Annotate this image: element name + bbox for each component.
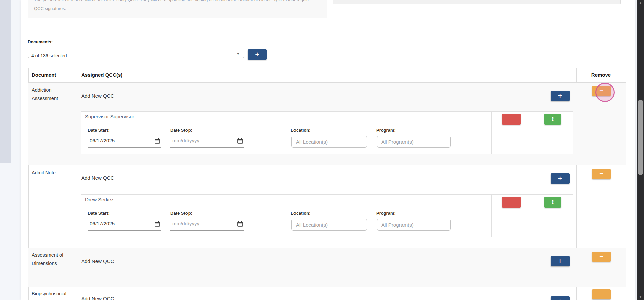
date-start-label: Date Start: (88, 128, 110, 133)
calendar-icon[interactable] (155, 221, 160, 227)
plus-icon: + (558, 176, 562, 181)
location-input[interactable] (291, 219, 367, 231)
qcc-card: Drew Serkez Date Start: Date Stop: (81, 194, 573, 237)
select-underline (80, 104, 547, 104)
add-qcc-button[interactable]: + (551, 173, 570, 184)
add-new-qcc-select[interactable]: Add New QCC (81, 296, 114, 300)
remove-document-row-button[interactable]: − (592, 289, 611, 299)
add-qcc-button[interactable]: + (551, 296, 570, 300)
plus-icon: + (558, 93, 562, 99)
document-name: Biopsychosocial (32, 290, 78, 298)
minus-icon: − (509, 199, 514, 205)
minus-icon: − (599, 254, 603, 259)
qcc-info-banner: The person selected here will be this us… (28, 0, 327, 18)
date-stop-input[interactable] (172, 221, 230, 226)
scroll-down-icon[interactable]: ▼ (637, 295, 644, 298)
date-stop-field[interactable] (170, 218, 244, 231)
calendar-icon[interactable] (237, 221, 243, 227)
date-stop-label: Date Stop: (170, 128, 192, 133)
program-label: Program: (376, 128, 396, 133)
scroll-up-icon[interactable]: ▲ (637, 1, 644, 5)
header-document: Document (32, 72, 56, 78)
card-divider (532, 112, 532, 154)
qcc-assignment-screen: The person selected here will be this us… (0, 0, 644, 300)
document-name: Addiction Assessment (32, 86, 76, 103)
remove-document-row-button[interactable]: − (592, 169, 611, 179)
left-sidebar-strip (0, 0, 11, 163)
add-documents-button[interactable]: + (248, 49, 267, 60)
documents-multiselect[interactable]: 4 of 136 selected ▾ (28, 50, 244, 58)
date-start-field[interactable] (88, 218, 161, 231)
table-row: Assessment of Dimensions Add New QCC + − (28, 248, 626, 287)
select-underline (80, 186, 547, 186)
remove-qcc-button[interactable]: − (502, 114, 521, 125)
document-name: Assessment of Dimensions (32, 251, 76, 268)
calendar-icon[interactable] (155, 138, 160, 144)
add-qcc-button[interactable]: + (551, 91, 570, 101)
table-row: Admit Note Add New QCC + Drew Serkez Dat… (28, 165, 626, 248)
header-assigned-qccs: Assigned QCC(s) (81, 72, 122, 78)
documents-label: Documents: (28, 39, 53, 44)
calendar-icon[interactable] (237, 138, 243, 144)
date-start-input[interactable] (90, 221, 147, 226)
location-input[interactable] (291, 136, 367, 148)
add-new-qcc-select[interactable]: Add New QCC (81, 258, 114, 264)
plus-icon: + (255, 52, 259, 57)
sort-qcc-button[interactable]: ↕ (544, 114, 561, 125)
date-start-label: Date Start: (88, 211, 110, 216)
location-label: Location: (291, 128, 311, 133)
card-divider (532, 195, 532, 237)
sort-qcc-button[interactable]: ↕ (544, 197, 561, 208)
minus-icon: − (599, 88, 603, 93)
qcc-info-text: The person selected here will be this us… (34, 0, 310, 11)
vertical-arrows-icon: ↕ (550, 200, 555, 205)
vertical-arrows-icon: ↕ (550, 117, 555, 122)
remove-qcc-button[interactable]: − (502, 197, 521, 208)
qcc-name-link[interactable]: Drew Serkez (85, 197, 114, 202)
program-input[interactable] (377, 136, 451, 148)
add-new-qcc-select[interactable]: Add New QCC (81, 175, 114, 181)
add-qcc-button[interactable]: + (551, 256, 570, 266)
qcc-name-link[interactable]: Supervisor Supervisor (85, 114, 135, 119)
plus-icon: + (558, 258, 562, 264)
date-start-field[interactable] (88, 135, 161, 148)
clipped-top-panel (333, 0, 621, 4)
header-remove: Remove (576, 72, 626, 78)
table-row: Addiction Assessment Add New QCC + Super… (28, 82, 626, 165)
table-row: Biopsychosocial Add New QCC + − (28, 287, 626, 300)
document-name: Admit Note (32, 169, 76, 177)
minus-icon: − (599, 171, 603, 176)
chevron-down-icon: ▾ (237, 52, 239, 56)
program-label: Program: (376, 211, 396, 216)
scrollbar-thumb[interactable] (638, 100, 643, 175)
date-stop-label: Date Stop: (170, 211, 192, 216)
date-start-input[interactable] (90, 138, 147, 143)
minus-icon: − (599, 291, 603, 297)
location-label: Location: (291, 211, 311, 216)
remove-document-row-button[interactable]: − (592, 252, 611, 262)
date-stop-input[interactable] (172, 138, 230, 143)
date-stop-field[interactable] (170, 135, 244, 148)
remove-document-row-button[interactable]: − (592, 86, 611, 96)
qcc-card: Supervisor Supervisor Date Start: Date S… (81, 111, 573, 154)
card-divider (491, 112, 492, 154)
program-input[interactable] (377, 219, 451, 231)
documents-selected-summary: 4 of 136 selected (31, 53, 67, 58)
select-underline (80, 268, 547, 268)
minus-icon: − (509, 116, 514, 122)
add-new-qcc-select[interactable]: Add New QCC (81, 93, 114, 99)
card-divider (491, 195, 492, 237)
plus-icon: + (558, 299, 562, 300)
